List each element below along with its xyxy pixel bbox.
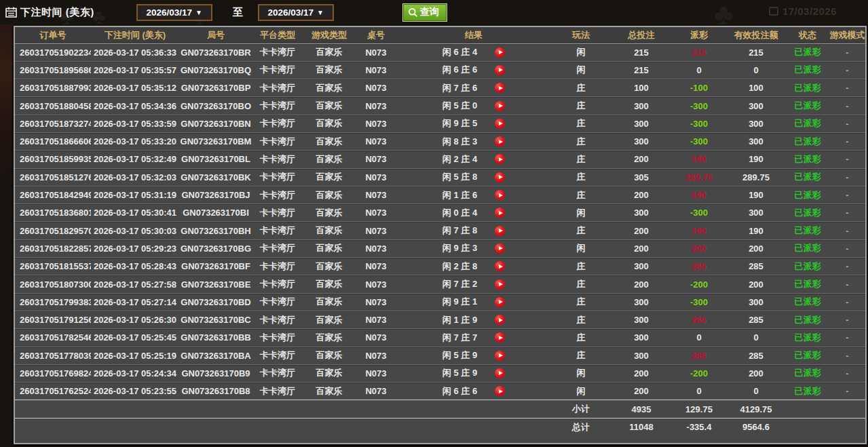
play-type-cell: 庄 (551, 97, 611, 115)
total-bet-cell: 200 (611, 275, 672, 293)
replay-play-icon[interactable] (495, 190, 505, 200)
result-cell: 闲 5 庄 8 (396, 168, 551, 186)
result-text: 闲 7 庄 8 (442, 225, 477, 237)
replay-play-icon[interactable] (495, 332, 505, 343)
game-type-cell: 百家乐 (303, 204, 356, 222)
subtotal-valid-bet: 4129.75 (726, 400, 786, 418)
bet-time-cell: 2026-03-17 05:24:34 (91, 364, 179, 382)
table-no-cell: N073 (356, 61, 396, 79)
grand-total-label: 总计 (551, 418, 611, 435)
status-badge: 已派彩 (786, 204, 829, 222)
order-id-cell: 260317051873274 (15, 115, 91, 132)
payout-cell: -300 (672, 97, 726, 115)
order-id-cell: 260317051778039 (15, 347, 91, 364)
result-cell: 闲 9 庄 1 (396, 293, 551, 311)
column-header-result: 结果 (396, 27, 551, 43)
bet-time-cell: 2026-03-17 05:25:45 (91, 329, 179, 347)
replay-play-icon[interactable] (495, 261, 505, 271)
order-id-cell: 260317051851276 (15, 168, 91, 186)
valid-bet-cell: 289.75 (726, 168, 786, 186)
status-badge: 已派彩 (786, 79, 829, 97)
game-mode-cell: - (829, 115, 865, 132)
game-type-cell: 百家乐 (303, 311, 356, 328)
replay-play-icon[interactable] (495, 279, 505, 290)
play-type-cell: 庄 (551, 293, 611, 311)
replay-play-icon[interactable] (495, 386, 505, 396)
replay-play-icon[interactable] (495, 244, 505, 254)
replay-play-icon[interactable] (495, 154, 505, 164)
table-row: 260317051859935 2026-03-17 05:32:49 GN07… (15, 151, 865, 168)
valid-bet-cell: 100 (726, 79, 786, 97)
status-badge: 已派彩 (786, 275, 829, 293)
replay-play-icon[interactable] (495, 315, 505, 325)
game-type-cell: 百家乐 (303, 347, 356, 364)
bet-time-cell: 2026-03-17 05:33:59 (91, 115, 179, 132)
table-no-cell: N073 (356, 115, 396, 132)
replay-play-icon[interactable] (495, 136, 505, 147)
replay-play-icon[interactable] (495, 226, 505, 236)
replay-play-icon[interactable] (495, 172, 505, 182)
payout-cell: 190 (672, 186, 726, 203)
platform-cell: 卡卡湾厅 (252, 364, 303, 382)
total-bet-cell: 215 (611, 43, 672, 61)
result-text: 闲 9 庄 5 (442, 117, 477, 130)
chevron-down-icon: ▼ (317, 9, 324, 16)
payout-cell: 285 (672, 347, 726, 364)
column-header-game-mode: 游戏模式 (829, 27, 865, 43)
game-type-cell: 百家乐 (303, 222, 356, 239)
platform-cell: 卡卡湾厅 (252, 43, 303, 61)
replay-play-icon[interactable] (495, 65, 505, 75)
play-type-cell: 庄 (551, 115, 611, 132)
payout-cell: -100 (672, 79, 726, 97)
replay-play-icon[interactable] (495, 47, 505, 58)
table-row: 260317051822857 2026-03-17 05:29:23 GN07… (15, 239, 865, 257)
play-type-cell: 庄 (551, 329, 611, 347)
status-badge: 已派彩 (786, 347, 829, 364)
subtotal-payout: 129.75 (672, 400, 726, 418)
round-id-cell: GN073263170BF (179, 258, 252, 275)
date-to-value: 2026/03/17 (267, 7, 314, 18)
status-badge: 已派彩 (786, 132, 829, 150)
payout-cell: 0 (672, 383, 726, 400)
game-mode-cell: - (829, 258, 865, 275)
date-from-picker[interactable]: 2026/03/17 ▼ (136, 4, 212, 21)
replay-play-icon[interactable] (495, 368, 505, 378)
date-to-picker[interactable]: 2026/03/17 ▼ (258, 4, 334, 21)
game-type-cell: 百家乐 (303, 383, 356, 400)
order-id-cell: 260317051866606 (15, 132, 91, 150)
status-badge: 已派彩 (786, 293, 829, 311)
platform-cell: 卡卡湾厅 (252, 293, 303, 311)
table-no-cell: N073 (356, 364, 396, 382)
replay-play-icon[interactable] (495, 119, 505, 129)
valid-bet-cell: 285 (726, 347, 786, 364)
result-text: 闲 7 庄 7 (442, 332, 477, 344)
result-text: 闲 6 庄 6 (442, 64, 477, 76)
search-button[interactable]: 查询 (403, 4, 447, 21)
result-cell: 闲 6 庄 6 (396, 383, 551, 400)
replay-play-icon[interactable] (495, 101, 505, 111)
valid-bet-cell: 285 (726, 311, 786, 328)
replay-play-icon[interactable] (495, 83, 505, 93)
total-bet-cell: 100 (611, 79, 672, 97)
order-id-cell: 260317051829570 (15, 222, 91, 239)
table-row: 260317051815537 2026-03-17 05:28:43 GN07… (15, 258, 865, 275)
result-cell: 闲 9 庄 3 (396, 239, 551, 257)
filter-bar-title: 下注时间 (美东) (20, 6, 94, 19)
payout-cell: 285 (672, 258, 726, 275)
result-text: 闲 5 庄 8 (442, 171, 477, 183)
replay-play-icon[interactable] (495, 208, 505, 218)
total-bet-cell: 200 (611, 222, 672, 239)
valid-bet-cell: 200 (726, 239, 786, 257)
status-badge: 已派彩 (786, 383, 829, 400)
table-no-cell: N073 (356, 186, 396, 203)
grand-total-valid-bet: 9564.6 (726, 418, 786, 435)
game-mode-cell: - (829, 132, 865, 150)
result-cell: 闲 5 庄 0 (396, 97, 551, 115)
platform-cell: 卡卡湾厅 (252, 275, 303, 293)
replay-play-icon[interactable] (495, 351, 505, 361)
table-no-cell: N073 (356, 258, 396, 275)
bet-time-cell: 2026-03-17 05:29:23 (91, 239, 179, 257)
result-text: 闲 2 庄 4 (442, 153, 477, 166)
replay-play-icon[interactable] (495, 297, 505, 307)
valid-bet-cell: 200 (726, 275, 786, 293)
